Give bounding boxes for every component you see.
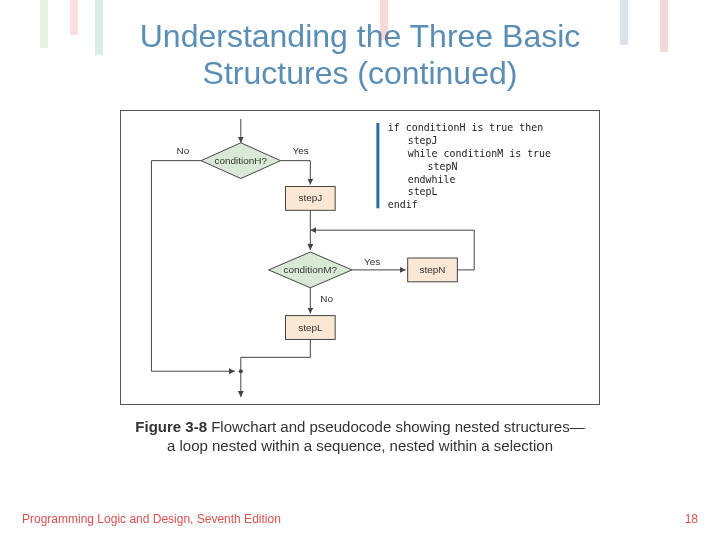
label-no-mid: No bbox=[320, 292, 333, 303]
figure-caption: Figure 3-8 Flowchart and pseudocode show… bbox=[0, 417, 720, 456]
title-line-1: Understanding the Three Basic bbox=[140, 18, 581, 54]
label-stepJ: stepJ bbox=[298, 192, 322, 203]
title-line-2: Structures (continued) bbox=[203, 55, 518, 91]
pcode-l2: stepJ bbox=[408, 134, 438, 145]
flowchart-figure: conditionH? No Yes stepJ conditionM? Yes… bbox=[120, 110, 600, 405]
label-stepN: stepN bbox=[420, 263, 446, 274]
caption-label: Figure 3-8 bbox=[135, 418, 207, 435]
pseudocode-block: if conditionH is true then stepJ while c… bbox=[388, 121, 551, 209]
label-yes-mid: Yes bbox=[364, 256, 380, 267]
svg-point-21 bbox=[239, 369, 243, 373]
label-no-top: No bbox=[176, 144, 189, 155]
pcode-l3: while conditionM is true bbox=[408, 147, 551, 158]
page-number: 18 bbox=[685, 512, 698, 526]
label-stepL: stepL bbox=[298, 321, 323, 332]
pcode-l6: stepL bbox=[408, 186, 438, 197]
pcode-l4: stepN bbox=[428, 160, 458, 171]
flowchart-svg: conditionH? No Yes stepJ conditionM? Yes… bbox=[121, 111, 599, 404]
caption-text-2: a loop nested within a sequence, nested … bbox=[167, 437, 553, 454]
label-conditionM: conditionM? bbox=[284, 263, 338, 274]
slide-footer: Programming Logic and Design, Seventh Ed… bbox=[22, 512, 698, 526]
slide-title: Understanding the Three Basic Structures… bbox=[0, 0, 720, 102]
footer-book-title: Programming Logic and Design, Seventh Ed… bbox=[22, 512, 281, 526]
pcode-l7: endif bbox=[388, 199, 418, 210]
label-yes-top: Yes bbox=[292, 144, 308, 155]
label-conditionH: conditionH? bbox=[215, 154, 268, 165]
pcode-l1: if conditionH is true then bbox=[388, 121, 543, 132]
pcode-l5: endwhile bbox=[408, 173, 456, 184]
caption-text-1: Flowchart and pseudocode showing nested … bbox=[207, 418, 585, 435]
